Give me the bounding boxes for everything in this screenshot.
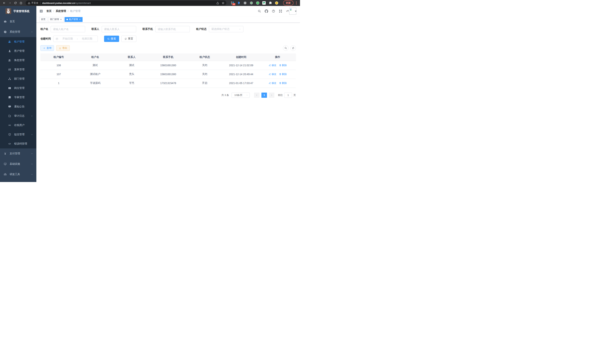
page-number-1[interactable]: 1 bbox=[262, 93, 267, 98]
search-icon[interactable] bbox=[258, 9, 261, 13]
delete-icon bbox=[279, 82, 281, 84]
fullscreen-icon[interactable] bbox=[279, 9, 282, 13]
breadcrumb-item[interactable]: 首页 bbox=[46, 9, 52, 13]
goto-page-input[interactable] bbox=[284, 93, 292, 98]
hide-search-icon[interactable] bbox=[283, 45, 289, 51]
puzzle-icon[interactable] bbox=[269, 1, 272, 5]
sidebar-item-system[interactable]: 系统管理 bbox=[0, 27, 36, 37]
page-size-select[interactable]: 10条/页 bbox=[232, 93, 250, 98]
status-select[interactable]: 请选择租户状态 bbox=[209, 26, 244, 32]
filter-tenant-name: 租户名 bbox=[40, 26, 85, 32]
chat-icon[interactable] bbox=[262, 1, 266, 5]
reset-button[interactable]: 重置 bbox=[121, 36, 136, 42]
tab-dept[interactable]: 部门管理× bbox=[48, 17, 64, 22]
status-select-placeholder: 请选择租户状态 bbox=[211, 28, 229, 31]
mobile-input[interactable] bbox=[158, 28, 188, 31]
cell-mobile: 15601691300 bbox=[150, 61, 187, 70]
tree-table-icon bbox=[8, 68, 11, 71]
bookmark-star-icon[interactable] bbox=[222, 2, 225, 4]
edit-link[interactable]: 修改 bbox=[269, 64, 276, 67]
github-icon[interactable] bbox=[265, 9, 268, 13]
share-icon[interactable] bbox=[216, 2, 219, 4]
sidebar-item-label: 通知公告 bbox=[14, 105, 25, 108]
next-page-icon[interactable] bbox=[269, 93, 274, 98]
column-header: 租户编号 bbox=[40, 53, 77, 61]
sidebar-toggle-icon[interactable] bbox=[39, 9, 43, 13]
add-button[interactable]: 新增 bbox=[40, 45, 54, 51]
forward-icon[interactable] bbox=[7, 0, 12, 5]
extensions-area: 10⌘Y bbox=[229, 1, 280, 5]
sidebar-item-error-code[interactable]: 错误码管理 bbox=[0, 139, 36, 149]
browser-menu-icon[interactable] bbox=[295, 1, 298, 5]
font-size-icon[interactable]: TT bbox=[286, 9, 289, 13]
y-icon[interactable]: Y bbox=[256, 1, 259, 5]
sidebar-item-tenant[interactable]: 租户管理 bbox=[0, 37, 36, 46]
breadcrumb-item[interactable]: 系统管理 bbox=[56, 9, 66, 13]
cell-status: 开启 bbox=[187, 79, 223, 88]
browser-update-button[interactable]: 更新 bbox=[283, 0, 293, 6]
reload-icon[interactable] bbox=[13, 0, 18, 5]
sidebar-item-dept[interactable]: 部门管理 bbox=[0, 74, 36, 84]
edit-icon bbox=[269, 64, 271, 66]
dict-icon bbox=[8, 96, 11, 99]
close-icon[interactable]: × bbox=[79, 18, 81, 21]
tenant-name-input[interactable] bbox=[53, 28, 83, 31]
filter-row-2: 创建时间 开始日期 - 结束日期 搜索 重置 bbox=[40, 36, 296, 42]
prev-page-icon[interactable] bbox=[254, 93, 260, 98]
sidebar-item-payment[interactable]: 支付管理 bbox=[0, 149, 36, 159]
sidebar-item-dev-tools[interactable]: 研发工具 bbox=[0, 169, 36, 180]
sidebar-item-dict[interactable]: 字典管理 bbox=[0, 93, 36, 102]
sidebar-item-user[interactable]: 用户管理 bbox=[0, 46, 36, 56]
sidebar-item-home[interactable]: 首页 bbox=[0, 16, 36, 27]
sidebar-item-label: 审计日志 bbox=[14, 114, 25, 118]
address-bar[interactable]: 不安全 dashboard.yudao.iocoder.cn/system/te… bbox=[26, 0, 226, 5]
delete-link[interactable]: 删除 bbox=[279, 73, 287, 76]
app-logo[interactable]: 芋道管理系统 bbox=[0, 6, 36, 16]
sidebar-item-post[interactable]: 岗位管理 bbox=[0, 84, 36, 93]
tenant-name-label: 租户名 bbox=[40, 28, 48, 31]
home-icon[interactable] bbox=[19, 0, 23, 5]
monitor-icon bbox=[4, 162, 7, 166]
not-secure-warning-icon[interactable] bbox=[28, 2, 30, 4]
back-icon[interactable] bbox=[2, 0, 7, 5]
close-icon[interactable]: × bbox=[60, 18, 62, 21]
question-icon[interactable] bbox=[272, 9, 275, 13]
sidebar-item-role[interactable]: 角色管理 bbox=[0, 56, 36, 65]
edit-link[interactable]: 修改 bbox=[269, 73, 276, 76]
circle-dot-icon[interactable] bbox=[250, 1, 253, 5]
emoji-icon[interactable] bbox=[275, 1, 278, 5]
sidebar-item-sms[interactable]: 短信管理 bbox=[0, 130, 36, 139]
sidebar-item-label: 用户管理 bbox=[14, 49, 25, 53]
tab-label: 部门管理 bbox=[50, 18, 59, 21]
sidebar-item-audit-log[interactable]: 审计日志 bbox=[0, 111, 36, 121]
refresh-icon[interactable] bbox=[290, 45, 296, 51]
delete-icon bbox=[279, 64, 281, 66]
cell-contact: 测试 bbox=[113, 61, 150, 70]
sidebar-item-online-user[interactable]: 在线用户 bbox=[0, 121, 36, 130]
edit-link[interactable]: 修改 bbox=[269, 82, 276, 85]
date-range-picker[interactable]: 开始日期 - 结束日期 bbox=[53, 36, 98, 42]
online-icon bbox=[8, 124, 11, 127]
extension-grid-icon[interactable]: 10 bbox=[231, 1, 234, 5]
command-icon[interactable]: ⌘ bbox=[244, 1, 247, 5]
search-button[interactable]: 搜索 bbox=[104, 36, 119, 42]
sidebar-item-infrastructure[interactable]: 基础设施 bbox=[0, 159, 36, 169]
sidebar-item-menu[interactable]: 菜单管理 bbox=[0, 65, 36, 74]
tab-home[interactable]: 首页 bbox=[39, 17, 47, 22]
delete-link[interactable]: 删除 bbox=[279, 82, 287, 85]
sidebar-item-notice[interactable]: 通知公告 bbox=[0, 102, 36, 111]
edit-icon bbox=[269, 73, 271, 75]
url-path: /system/tenant bbox=[75, 2, 91, 4]
tab-tenant[interactable]: 租户管理× bbox=[65, 17, 83, 22]
kite-icon[interactable] bbox=[237, 1, 240, 5]
avatar-caret-icon[interactable] bbox=[295, 11, 297, 13]
contact-input[interactable] bbox=[104, 28, 134, 31]
user-icon bbox=[8, 49, 11, 53]
export-button[interactable]: 导出 bbox=[56, 45, 70, 51]
delete-link[interactable]: 删除 bbox=[279, 64, 287, 67]
cell-tenant-name: 测试 bbox=[77, 61, 113, 70]
chevron-down-icon bbox=[239, 28, 241, 30]
mobile-label: 联系手机 bbox=[142, 28, 153, 31]
cell-tenant-id: 1 bbox=[40, 79, 77, 88]
sidebar-item-label: 基础设施 bbox=[10, 162, 20, 166]
